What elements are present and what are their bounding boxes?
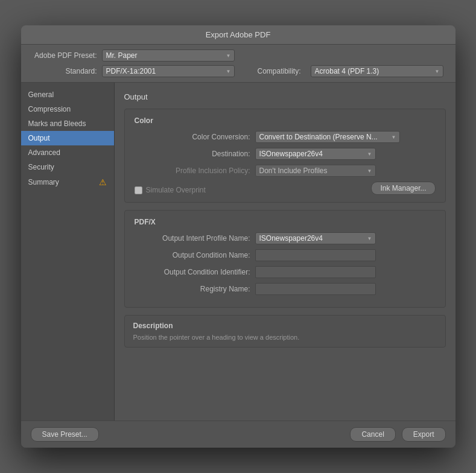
- standard-compat-row: Standard: PDF/X-1a:2001 Compatibility: A…: [31, 65, 446, 77]
- export-button[interactable]: Export: [402, 427, 446, 442]
- color-conversion-label: Color Conversion:: [135, 133, 255, 141]
- registry-name-label: Registry Name:: [135, 285, 255, 293]
- sidebar-label-advanced: Advanced: [28, 148, 60, 157]
- sidebar: General Compression Marks and Bleeds Out…: [21, 83, 115, 421]
- ink-manager-button[interactable]: Ink Manager...: [371, 182, 435, 195]
- title-bar: Export Adobe PDF: [21, 25, 455, 45]
- profile-inclusion-select-wrapper: Don't Include Profiles: [255, 165, 376, 177]
- destination-row: Destination: ISOnewspaper26v4: [135, 148, 436, 160]
- standard-select-wrapper: PDF/X-1a:2001: [102, 65, 235, 77]
- standard-label: Standard:: [31, 67, 97, 75]
- preset-select-wrapper: Mr. Paper: [102, 49, 235, 62]
- condition-identifier-row: Output Condition Identifier:: [135, 266, 436, 278]
- condition-name-input[interactable]: [255, 249, 376, 261]
- registry-name-input[interactable]: [255, 283, 376, 295]
- save-preset-button[interactable]: Save Preset...: [31, 427, 99, 442]
- preset-select[interactable]: Mr. Paper: [102, 49, 235, 62]
- sidebar-label-general: General: [28, 90, 54, 99]
- simulate-overprint-label: Simulate Overprint: [146, 186, 206, 194]
- sidebar-item-marks-bleeds[interactable]: Marks and Bleeds: [21, 116, 114, 131]
- sidebar-label-security: Security: [28, 163, 54, 171]
- simulate-overprint-checkbox[interactable]: [135, 186, 142, 194]
- preset-row: Adobe PDF Preset: Mr. Paper: [31, 49, 446, 62]
- description-panel: Description Position the pointer over a …: [124, 315, 446, 348]
- sidebar-item-security[interactable]: Security: [21, 160, 114, 174]
- profile-inclusion-label: Profile Inclusion Policy:: [135, 167, 255, 175]
- pdfx-panel: PDF/X Output Intent Profile Name: ISOnew…: [124, 210, 446, 308]
- pdfx-panel-title: PDF/X: [135, 218, 436, 226]
- sidebar-item-general[interactable]: General: [21, 87, 114, 102]
- condition-name-label: Output Condition Name:: [135, 251, 255, 259]
- bottom-bar: Save Preset... Cancel Export: [21, 421, 455, 448]
- simulate-overprint-row: Simulate Overprint: [135, 186, 206, 194]
- export-dialog: Export Adobe PDF Adobe PDF Preset: Mr. P…: [21, 25, 455, 448]
- color-panel: Color Color Conversion: Convert to Desti…: [124, 109, 446, 203]
- condition-name-row: Output Condition Name:: [135, 249, 436, 261]
- standard-select[interactable]: PDF/X-1a:2001: [102, 65, 235, 77]
- color-conversion-row: Color Conversion: Convert to Destination…: [135, 131, 436, 143]
- condition-identifier-input[interactable]: [255, 266, 376, 278]
- output-intent-select[interactable]: ISOnewspaper26v4: [255, 232, 376, 244]
- right-buttons: Cancel Export: [350, 427, 445, 442]
- color-panel-title: Color: [135, 116, 436, 125]
- output-intent-label: Output Intent Profile Name:: [135, 234, 255, 243]
- profile-inclusion-row: Profile Inclusion Policy: Don't Include …: [135, 165, 436, 177]
- dialog-title: Export Adobe PDF: [206, 30, 271, 39]
- profile-inclusion-select[interactable]: Don't Include Profiles: [255, 165, 376, 177]
- sidebar-item-summary[interactable]: Summary ⚠: [21, 174, 114, 190]
- sidebar-item-advanced[interactable]: Advanced: [21, 145, 114, 160]
- cancel-button[interactable]: Cancel: [350, 427, 395, 442]
- content-area: Output Color Color Conversion: Convert t…: [115, 83, 455, 421]
- sidebar-label-output: Output: [28, 134, 50, 142]
- main-area: General Compression Marks and Bleeds Out…: [21, 83, 455, 421]
- compat-select[interactable]: Acrobat 4 (PDF 1.3): [311, 65, 443, 77]
- section-title: Output: [124, 92, 446, 101]
- sidebar-label-summary: Summary: [28, 178, 59, 186]
- registry-name-row: Registry Name:: [135, 283, 436, 295]
- color-conversion-select-wrapper: Convert to Destination (Preserve N...: [255, 131, 400, 143]
- checkbox-ink-row: Simulate Overprint Ink Manager...: [135, 182, 436, 195]
- destination-select-wrapper: ISOnewspaper26v4: [255, 148, 376, 160]
- sidebar-item-output[interactable]: Output: [21, 131, 114, 145]
- sidebar-label-compression: Compression: [28, 105, 71, 113]
- destination-label: Destination:: [135, 150, 255, 158]
- description-title: Description: [133, 322, 437, 330]
- color-conversion-select[interactable]: Convert to Destination (Preserve N...: [255, 131, 400, 143]
- compat-select-wrapper: Acrobat 4 (PDF 1.3): [311, 65, 443, 77]
- sidebar-item-compression[interactable]: Compression: [21, 102, 114, 116]
- warning-icon: ⚠: [99, 177, 107, 187]
- preset-label: Adobe PDF Preset:: [31, 51, 97, 60]
- output-intent-row: Output Intent Profile Name: ISOnewspaper…: [135, 232, 436, 244]
- top-bar: Adobe PDF Preset: Mr. Paper Standard: PD…: [21, 45, 455, 83]
- destination-select[interactable]: ISOnewspaper26v4: [255, 148, 376, 160]
- description-text: Position the pointer over a heading to v…: [133, 334, 437, 341]
- sidebar-label-marks-bleeds: Marks and Bleeds: [28, 119, 86, 128]
- compat-label: Compatibility:: [258, 67, 301, 75]
- condition-identifier-label: Output Condition Identifier:: [135, 268, 255, 276]
- output-intent-select-wrapper: ISOnewspaper26v4: [255, 232, 376, 244]
